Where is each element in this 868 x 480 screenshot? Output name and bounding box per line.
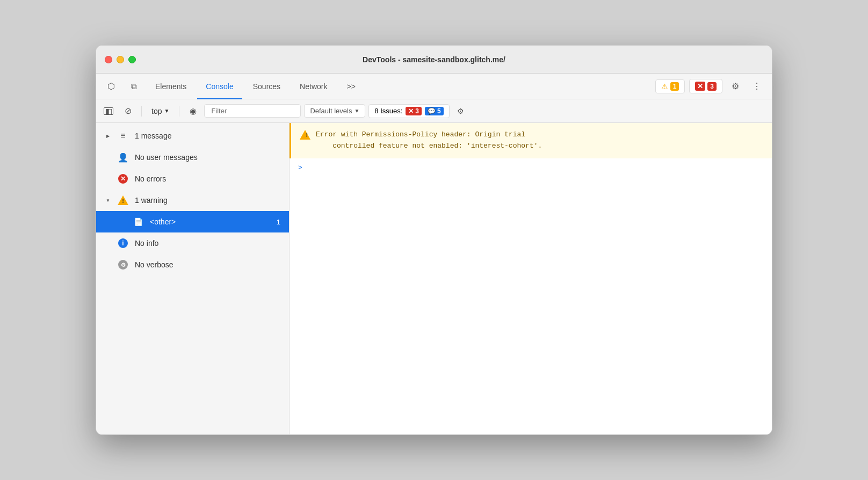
issues-count-label: 8 Issues: [374,107,402,115]
console-settings-btn[interactable]: ⚙ [453,103,469,119]
list-icon: ≡ [118,130,128,141]
secondary-toolbar: ◧ ⊘ top ▼ ◉ Default levels ▼ 8 Issues: ✕… [96,99,772,123]
user-icon: 👤 [118,152,128,163]
tab-network[interactable]: Network [291,74,336,99]
verbose-label: No verbose [135,260,280,269]
error-badge: 3 [707,82,717,91]
issues-error-count: 3 [415,107,419,115]
tab-network-label: Network [300,82,327,91]
default-levels-btn[interactable]: Default levels ▼ [304,104,365,118]
main-content: ▶ ≡ 1 message 👤 No user messages ✕ No er… [96,123,772,434]
messages-label: 1 message [135,132,280,140]
sidebar-item-info[interactable]: i No info [96,232,289,254]
toolbar-left: ⬡ ⧉ [103,78,142,95]
window-title: DevTools - samesite-sandbox.glitch.me/ [363,55,505,64]
tab-sources[interactable]: Sources [244,74,289,99]
issues-badge[interactable]: 8 Issues: ✕ 3 💬 5 [368,104,449,118]
x-circle-icon: ✕ [118,173,128,184]
warning-badge: 1 [670,82,679,91]
device-icon: ⧉ [131,82,137,91]
issues-error-badge: ✕ 3 [406,107,422,115]
warning-icon [118,195,128,206]
tab-elements[interactable]: Elements [147,74,195,99]
file-icon: 📄 [133,216,143,227]
traffic-lights [105,56,136,63]
tab-elements-label: Elements [155,82,186,91]
console-panel: Error with Permissions-Policy header: Or… [290,123,772,434]
sidebar-toggle-btn[interactable]: ◧ [100,103,117,119]
sidebar-item-user-messages[interactable]: 👤 No user messages [96,147,289,168]
warnings-label: 1 warning [135,196,280,205]
minimize-button[interactable] [117,56,124,63]
sidebar-item-other[interactable]: 📄 <other> 1 [96,211,289,232]
sidebar-item-warnings[interactable]: ▼ 1 warning [96,190,289,211]
warning-text: Error with Permissions-Policy header: Or… [316,129,542,152]
eye-btn[interactable]: ◉ [185,103,201,119]
other-count: 1 [277,218,280,226]
cursor-icon-btn[interactable]: ⬡ [103,78,120,95]
console-gear-icon: ⚙ [457,107,464,115]
info-circle-icon: i [118,238,128,249]
info-label: No info [135,239,280,248]
toolbar-right: ⚠ 1 ✕ 3 ⚙ ⋮ [655,78,765,95]
eye-icon: ◉ [190,106,197,116]
filter-input[interactable] [204,104,301,118]
errors-label: No errors [135,174,280,183]
levels-chevron-icon: ▼ [354,108,359,114]
warning-count-btn[interactable]: ⚠ 1 [655,79,685,93]
issues-info-badge: 💬 5 [425,107,444,115]
sidebar-item-messages[interactable]: ▶ ≡ 1 message [96,125,289,147]
chevron-down-icon: ▼ [105,197,111,203]
sidebar-item-errors[interactable]: ✕ No errors [96,168,289,190]
tab-more-label: >> [346,82,355,91]
other-label: <other> [150,217,270,226]
tab-console-label: Console [206,82,233,91]
context-label: top [151,107,162,115]
responsive-icon-btn[interactable]: ⧉ [125,78,142,95]
console-input[interactable] [307,164,763,172]
gear-icon: ⚙ [732,81,739,91]
tab-bar: Elements Console Sources Network >> [147,74,651,99]
error-icon: ✕ [695,82,705,91]
prompt-chevron: > [298,164,302,172]
warning-triangle-icon [300,130,310,142]
block-btn[interactable]: ⊘ [120,103,136,119]
title-bar: DevTools - samesite-sandbox.glitch.me/ [96,46,772,74]
warning-icon: ⚠ [661,82,668,91]
error-count-btn[interactable]: ✕ 3 [689,79,722,93]
tab-console[interactable]: Console [197,74,242,99]
more-icon: ⋮ [753,81,761,91]
settings-btn[interactable]: ⚙ [727,78,744,95]
console-warning-message: Error with Permissions-Policy header: Or… [290,123,772,158]
issues-error-x: ✕ [408,107,414,115]
console-prompt-line[interactable]: > [290,158,772,177]
verbose-icon: ⚙ [118,259,128,270]
tab-more[interactable]: >> [338,74,364,99]
separator-2 [179,106,179,117]
sidebar-item-verbose[interactable]: ⚙ No verbose [96,254,289,275]
sidebar-icon: ◧ [104,107,113,115]
issues-info-icon: 💬 [428,107,436,115]
block-icon: ⊘ [125,106,132,116]
devtools-window: DevTools - samesite-sandbox.glitch.me/ ⬡… [96,45,772,435]
close-button[interactable] [105,56,112,63]
chevron-right-icon: ▶ [105,133,111,139]
maximize-button[interactable] [128,56,136,63]
context-selector[interactable]: top ▼ [147,105,173,117]
console-sidebar: ▶ ≡ 1 message 👤 No user messages ✕ No er… [96,123,290,434]
tab-sources-label: Sources [253,82,280,91]
issues-info-count: 5 [437,107,441,115]
chevron-down-icon: ▼ [164,108,169,114]
more-options-btn[interactable]: ⋮ [748,78,765,95]
separator-1 [141,106,142,117]
default-levels-label: Default levels [310,107,352,115]
main-toolbar: ⬡ ⧉ Elements Console Sources Network >> [96,74,772,99]
cursor-icon: ⬡ [107,81,115,91]
user-messages-label: No user messages [135,153,280,162]
